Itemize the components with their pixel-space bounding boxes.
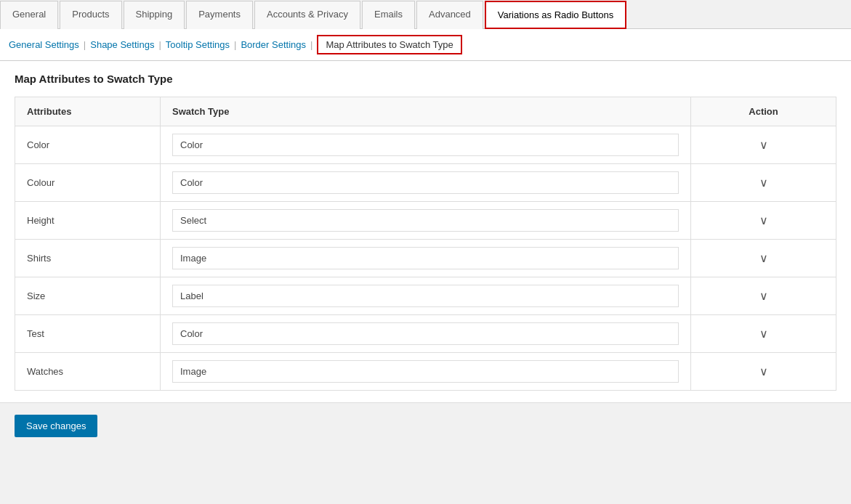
chevron-down-icon-colour[interactable]: ∨: [754, 173, 774, 192]
attribute-name-colour: Colour: [15, 164, 161, 202]
action-cell-color: ∨: [691, 126, 836, 164]
sub-tab-separator: |: [158, 39, 161, 50]
swatch-type-input-height[interactable]: [172, 209, 679, 232]
table-row-height: Height∨: [15, 202, 836, 240]
save-button[interactable]: Save changes: [15, 415, 97, 437]
sub-tab-link-tooltip-settings[interactable]: Tooltip Settings: [166, 39, 230, 50]
sub-tabs-container: General Settings|Shape Settings|Tooltip …: [0, 29, 851, 61]
swatch-type-input-watches[interactable]: [172, 360, 679, 383]
action-cell-size: ∨: [691, 277, 836, 315]
swatch-type-input-colour[interactable]: [172, 171, 679, 194]
swatch-type-input-shirts[interactable]: [172, 247, 679, 269]
chevron-down-icon-watches[interactable]: ∨: [754, 362, 774, 381]
page-content: Map Attributes to Swatch Type Attributes…: [0, 61, 851, 402]
footer: Save changes: [0, 402, 851, 449]
top-tab-products[interactable]: Products: [60, 1, 121, 29]
swatch-type-cell-shirts: [161, 240, 691, 277]
attribute-name-height: Height: [15, 202, 161, 240]
top-tab-general[interactable]: General: [0, 1, 58, 29]
action-cell-watches: ∨: [691, 353, 836, 391]
swatch-type-cell-watches: [161, 353, 691, 391]
top-tabs-container: GeneralProductsShippingPaymentsAccounts …: [0, 0, 851, 29]
page-title: Map Attributes to Swatch Type: [15, 73, 836, 85]
chevron-down-icon-color[interactable]: ∨: [754, 135, 774, 155]
swatch-type-cell-size: [161, 277, 691, 315]
attribute-name-shirts: Shirts: [15, 240, 161, 277]
action-cell-height: ∨: [691, 202, 836, 240]
swatch-type-input-size[interactable]: [172, 285, 679, 307]
top-tab-payments[interactable]: Payments: [186, 1, 253, 29]
attributes-table: Attributes Swatch Type Action Color∨Colo…: [15, 97, 836, 391]
action-cell-colour: ∨: [691, 164, 836, 202]
action-header: Action: [691, 97, 836, 126]
attribute-name-size: Size: [15, 277, 161, 315]
table-row-shirts: Shirts∨: [15, 240, 836, 277]
table-row-colour: Colour∨: [15, 164, 836, 202]
sub-tab-separator: |: [310, 39, 312, 50]
attribute-name-color: Color: [15, 126, 161, 164]
top-tab-advanced[interactable]: Advanced: [416, 1, 483, 29]
chevron-down-icon-size[interactable]: ∨: [754, 286, 774, 306]
table-row-color: Color∨: [15, 126, 836, 164]
attribute-name-watches: Watches: [15, 353, 161, 391]
sub-tab-link-general-settings[interactable]: General Settings: [9, 39, 79, 50]
chevron-down-icon-test[interactable]: ∨: [754, 324, 774, 344]
top-tab-accounts-privacy[interactable]: Accounts & Privacy: [254, 1, 360, 29]
attributes-header: Attributes: [15, 97, 161, 126]
swatch-type-input-test[interactable]: [172, 322, 679, 345]
table-row-test: Test∨: [15, 315, 836, 353]
chevron-down-icon-height[interactable]: ∨: [754, 211, 774, 230]
swatch-type-cell-test: [161, 315, 691, 353]
attribute-name-test: Test: [15, 315, 161, 353]
sub-tab-separator: |: [84, 39, 86, 50]
swatch-type-input-color[interactable]: [172, 134, 679, 156]
top-tab-emails[interactable]: Emails: [362, 1, 415, 29]
sub-tab-link-shape-settings[interactable]: Shape Settings: [90, 39, 154, 50]
sub-tab-link-border-settings[interactable]: Border Settings: [241, 39, 306, 50]
top-tab-variations-radio[interactable]: Variations as Radio Buttons: [485, 1, 626, 29]
action-cell-shirts: ∨: [691, 240, 836, 277]
content-wrapper: General Settings|Shape Settings|Tooltip …: [0, 29, 851, 402]
action-cell-test: ∨: [691, 315, 836, 353]
table-row-watches: Watches∨: [15, 353, 836, 391]
chevron-down-icon-shirts[interactable]: ∨: [754, 248, 774, 268]
sub-tab-separator: |: [234, 39, 236, 50]
swatch-type-cell-colour: [161, 164, 691, 202]
sub-tab-active-map-attributes[interactable]: Map Attributes to Swatch Type: [317, 35, 461, 54]
table-row-size: Size∨: [15, 277, 836, 315]
swatch-type-header: Swatch Type: [161, 97, 691, 126]
swatch-type-cell-color: [161, 126, 691, 164]
top-tab-shipping[interactable]: Shipping: [124, 1, 185, 29]
swatch-type-cell-height: [161, 202, 691, 240]
